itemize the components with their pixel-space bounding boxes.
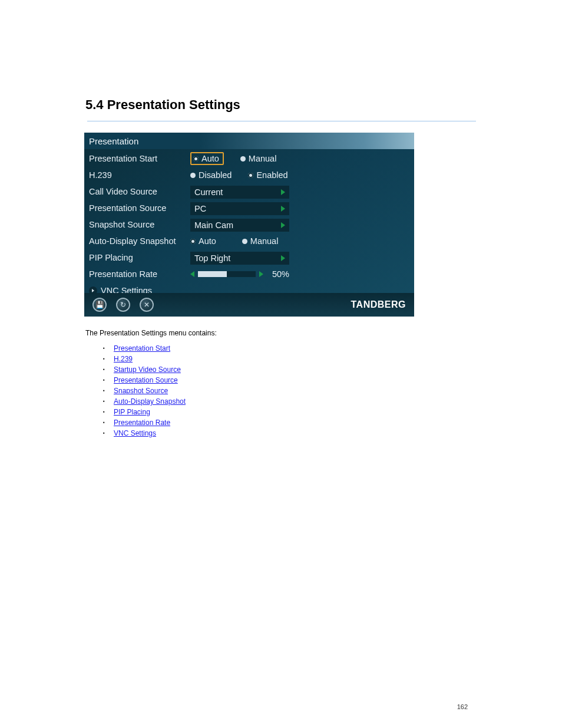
row-presentation-source: Presentation Source PC <box>89 200 409 216</box>
radio-presentation-start-auto[interactable]: Auto <box>190 152 224 165</box>
link-snapshot-source[interactable]: Snapshot Source <box>114 387 168 395</box>
radio-bullet-icon <box>248 173 253 178</box>
radio-h239-enabled[interactable]: Enabled <box>248 170 287 180</box>
label-presentation-start: Presentation Start <box>89 154 190 163</box>
slider-fill <box>198 271 227 277</box>
link-presentation-start[interactable]: Presentation Start <box>114 344 170 353</box>
close-icon[interactable]: ✕ <box>140 298 154 312</box>
presentation-settings-panel: Presentation Presentation Start Auto Man… <box>84 133 414 317</box>
intro-text: The Presentation Settings menu contains: <box>85 328 474 338</box>
row-presentation-rate: Presentation Rate 50% <box>89 266 409 282</box>
slider-track[interactable] <box>198 271 256 277</box>
select-value: Top Right <box>194 253 230 263</box>
decrease-icon[interactable] <box>190 271 194 277</box>
panel-title: Presentation <box>84 133 414 149</box>
chevron-right-icon <box>281 206 285 212</box>
section-title: 5.4 Presentation Settings <box>85 97 240 113</box>
select-value: Main Cam <box>194 220 233 230</box>
radio-auto-display-manual[interactable]: Manual <box>242 236 279 246</box>
refresh-icon[interactable]: ↻ <box>116 298 130 312</box>
link-presentation-source[interactable]: Presentation Source <box>114 376 178 384</box>
radio-group-presentation-start: Auto Manual <box>190 152 293 165</box>
link-auto-display-snapshot[interactable]: Auto-Display Snapshot <box>114 397 186 406</box>
select-snapshot-source[interactable]: Main Cam <box>190 219 289 232</box>
label-pip-placing: PIP Placing <box>89 253 190 262</box>
row-snapshot-source: Snapshot Source Main Cam <box>89 216 409 233</box>
radio-group-auto-display: Auto Manual <box>190 236 295 246</box>
select-call-video-source[interactable]: Current <box>190 186 289 199</box>
radio-bullet-icon <box>190 239 196 244</box>
label-h239: H.239 <box>89 170 190 180</box>
radio-bullet-icon <box>190 173 196 178</box>
label-presentation-source: Presentation Source <box>89 203 190 213</box>
chevron-right-icon <box>281 189 285 195</box>
page-number: 162 <box>457 703 468 710</box>
row-pip-placing: PIP Placing Top Right <box>89 249 409 266</box>
radio-auto-display-auto[interactable]: Auto <box>190 236 216 246</box>
radio-h239-disabled[interactable]: Disabled <box>190 170 232 180</box>
radio-label: Manual <box>249 154 277 163</box>
radio-presentation-start-manual[interactable]: Manual <box>240 154 277 163</box>
radio-label: Auto <box>201 154 219 163</box>
footer-icons: 💾 ↻ ✕ <box>92 298 154 312</box>
increase-icon[interactable] <box>259 271 263 277</box>
link-vnc-settings[interactable]: VNC Settings <box>114 429 156 437</box>
radio-label: Auto <box>199 236 216 246</box>
row-call-video-source: Call Video Source Current <box>89 183 409 200</box>
link-h239[interactable]: H.239 <box>114 355 133 363</box>
select-presentation-source[interactable]: PC <box>190 202 289 215</box>
save-icon[interactable]: 💾 <box>92 298 107 312</box>
brand-logo: TANDBERG <box>351 299 406 310</box>
label-presentation-rate: Presentation Rate <box>89 269 190 279</box>
select-pip-placing[interactable]: Top Right <box>190 252 289 265</box>
slider-presentation-rate[interactable]: 50% <box>190 268 289 281</box>
label-snapshot-source: Snapshot Source <box>89 220 190 229</box>
radio-group-h239: Disabled Enabled <box>190 170 305 180</box>
link-pip-placing[interactable]: PIP Placing <box>114 408 150 416</box>
label-call-video-source: Call Video Source <box>89 187 190 196</box>
radio-bullet-icon <box>242 239 247 244</box>
slider-value: 50% <box>266 269 289 279</box>
radio-label: Manual <box>250 236 279 246</box>
row-auto-display-snapshot: Auto-Display Snapshot Auto Manual <box>89 233 409 249</box>
link-presentation-rate[interactable]: Presentation Rate <box>114 419 170 427</box>
radio-label: Enabled <box>256 170 287 180</box>
radio-bullet-icon <box>240 156 246 162</box>
link-list: Presentation Start H.239 Startup Video S… <box>103 343 474 439</box>
section-divider <box>87 121 476 121</box>
row-h239: H.239 Disabled Enabled <box>89 167 409 183</box>
panel-content: Presentation Start Auto Manual H.239 Dis… <box>84 149 414 299</box>
chevron-right-icon <box>281 222 285 228</box>
body-text: The Presentation Settings menu contains:… <box>85 328 474 439</box>
panel-footer: 💾 ↻ ✕ TANDBERG <box>84 293 414 317</box>
select-value: Current <box>194 187 223 197</box>
radio-bullet-icon <box>193 156 199 162</box>
row-presentation-start: Presentation Start Auto Manual <box>89 150 409 167</box>
link-startup-video-source[interactable]: Startup Video Source <box>114 365 181 374</box>
chevron-right-icon <box>281 255 285 261</box>
label-auto-display-snapshot: Auto-Display Snapshot <box>89 236 190 246</box>
select-value: PC <box>194 204 206 213</box>
radio-label: Disabled <box>199 170 232 180</box>
